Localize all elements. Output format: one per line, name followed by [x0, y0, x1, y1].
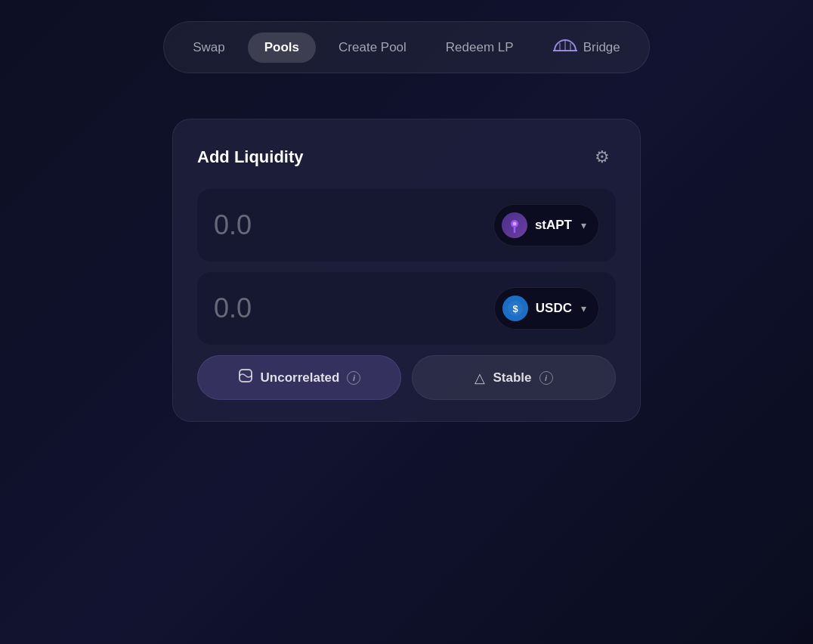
bridge-icon	[553, 37, 577, 57]
token2-value[interactable]: 0.0	[214, 293, 252, 324]
uncorrelated-icon	[238, 368, 253, 387]
token2-chevron-icon: ▾	[581, 302, 586, 314]
bridge-label: Bridge	[583, 40, 620, 55]
token2-selector[interactable]: $ USDC ▾	[494, 287, 599, 330]
token2-icon: $	[502, 296, 528, 321]
nav-item-swap[interactable]: Swap	[176, 33, 242, 63]
uncorrelated-label: Uncorrelated	[261, 370, 340, 385]
token1-symbol: stAPT	[535, 218, 572, 233]
token1-selector[interactable]: stAPT ▾	[493, 204, 599, 246]
nav-item-pools[interactable]: Pools	[248, 33, 316, 63]
token2-input-row: 0.0 $ USDC ▾	[197, 272, 616, 345]
nav-bar: Swap Pools Create Pool Redeem LP Bridge	[163, 21, 650, 73]
nav-item-redeem-lp[interactable]: Redeem LP	[429, 33, 530, 63]
settings-button[interactable]: ⚙	[589, 144, 616, 171]
token2-symbol: USDC	[536, 301, 572, 316]
token1-icon	[502, 212, 527, 238]
stable-info-icon[interactable]: i	[539, 371, 553, 385]
card-title: Add Liquidity	[197, 147, 304, 167]
card-header: Add Liquidity ⚙	[197, 144, 616, 171]
uncorrelated-info-icon[interactable]: i	[347, 371, 360, 385]
token1-chevron-icon: ▾	[581, 219, 586, 231]
token1-value[interactable]: 0.0	[214, 209, 252, 241]
add-liquidity-card: Add Liquidity ⚙ 0.0 stAPT ▾ 0.0	[172, 119, 641, 422]
stable-label: Stable	[493, 370, 531, 385]
nav-item-create-pool[interactable]: Create Pool	[322, 33, 423, 63]
pool-type-stable-button[interactable]: △ Stable i	[412, 355, 616, 400]
stable-icon: △	[475, 370, 485, 386]
pool-type-uncorrelated-button[interactable]: Uncorrelated i	[197, 355, 401, 400]
svg-point-5	[512, 222, 516, 226]
token1-input-row: 0.0 stAPT ▾	[197, 189, 616, 262]
svg-text:$: $	[512, 303, 518, 314]
pool-type-row: Uncorrelated i △ Stable i	[197, 355, 616, 400]
nav-item-bridge[interactable]: Bridge	[536, 29, 637, 65]
